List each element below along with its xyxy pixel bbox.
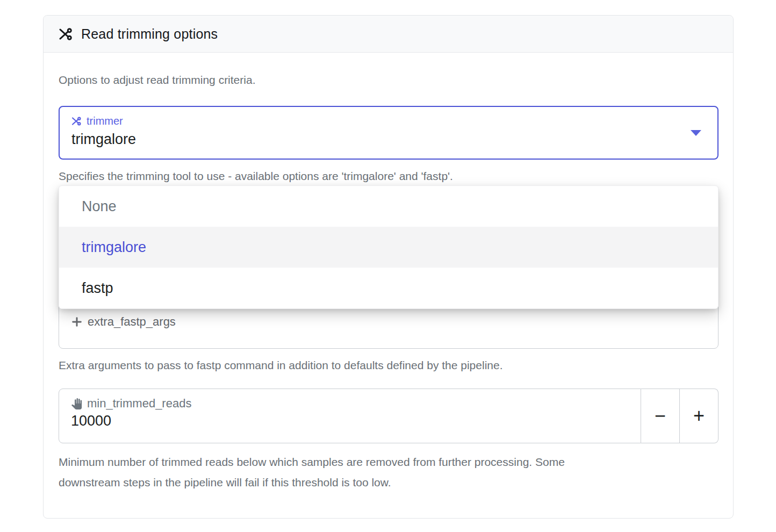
scissors-icon <box>71 116 82 126</box>
trimmer-field-label: trimmer <box>87 115 123 127</box>
extra-fastp-args-label: extra_fastp_args <box>88 315 176 329</box>
min-trimmed-reads-field[interactable]: min_trimmed_reads 10000 <box>59 389 641 443</box>
trimmer-field-value: trimgalore <box>71 131 706 148</box>
trimmer-label-row: trimmer <box>71 115 706 127</box>
min-trimmed-reads-label: min_trimmed_reads <box>87 397 191 411</box>
dropdown-option-fastp[interactable]: fastp <box>59 268 718 308</box>
section-title: Read trimming options <box>81 26 218 42</box>
extra-fastp-args-label-row: extra_fastp_args <box>71 315 706 329</box>
read-trimming-options-card: Read trimming options Options to adjust … <box>43 15 734 519</box>
trimmer-help-text: Specifies the trimming tool to use - ava… <box>59 169 453 184</box>
section-description: Options to adjust read trimming criteria… <box>59 74 255 87</box>
trimmer-select[interactable]: trimmer trimgalore <box>59 106 718 160</box>
section-header: Read trimming options <box>44 16 733 53</box>
dropdown-option-none[interactable]: None <box>59 186 718 227</box>
plus-icon <box>71 316 83 328</box>
extra-fastp-args-help-text: Extra arguments to pass to fastp command… <box>59 358 503 373</box>
min-trimmed-reads-help-text: Minimum number of trimmed reads below wh… <box>59 452 585 493</box>
min-trimmed-reads-label-row: min_trimmed_reads <box>71 397 629 411</box>
trimmer-dropdown-menu: None trimgalore fastp <box>59 185 718 309</box>
chevron-down-icon <box>691 130 701 136</box>
hand-paper-icon <box>71 398 82 409</box>
dropdown-option-trimgalore[interactable]: trimgalore <box>59 227 718 268</box>
min-trimmed-reads-value: 10000 <box>71 413 629 429</box>
scissors-icon <box>59 27 73 41</box>
min-trimmed-reads-group: min_trimmed_reads 10000 − + <box>59 389 718 443</box>
decrement-button[interactable]: − <box>641 389 680 443</box>
increment-button[interactable]: + <box>680 389 718 443</box>
